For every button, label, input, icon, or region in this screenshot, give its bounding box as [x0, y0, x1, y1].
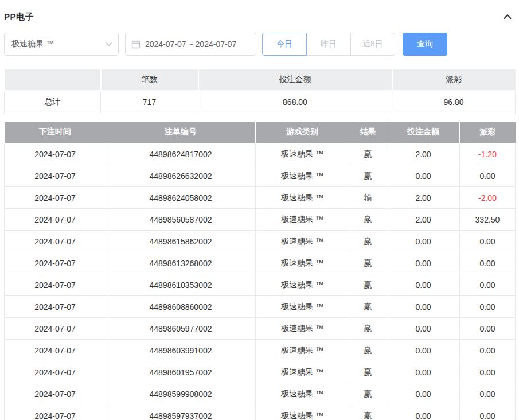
order-id-cell: 44898603991002 — [106, 340, 256, 361]
table-row: 2024-07-0744898615862002极速糖果 ™赢0.000.00 — [5, 231, 516, 252]
result-cell: 赢 — [349, 143, 387, 165]
order-id-cell: 44898624817002 — [106, 143, 256, 165]
order-id-cell: 44898597937002 — [106, 405, 256, 420]
result-cell: 赢 — [349, 165, 387, 187]
bet-amount-cell: 0.00 — [387, 361, 460, 383]
game-type-cell: 极速糖果 ™ — [256, 296, 349, 318]
column-header-game-type: 游戏类别 — [256, 122, 349, 143]
bet-amount-cell: 2.00 — [387, 187, 460, 209]
bet-amount-cell: 0.00 — [387, 296, 460, 318]
summary-total-count: 717 — [101, 91, 198, 114]
summary-total-label: 总计 — [5, 91, 101, 114]
bet-time-cell: 2024-07-07 — [5, 187, 106, 209]
order-id-cell: 44898608860002 — [106, 296, 256, 318]
column-header-bet-amount: 投注金额 — [387, 122, 460, 143]
bet-time-cell: 2024-07-07 — [5, 340, 106, 361]
payout-cell: 0.00 — [460, 165, 516, 187]
bet-amount-cell: 2.00 — [387, 143, 460, 165]
calendar-icon — [131, 40, 141, 49]
bet-time-cell: 2024-07-07 — [5, 296, 106, 318]
order-id-cell: 44898560587002 — [106, 209, 256, 231]
bet-time-cell: 2024-07-07 — [5, 231, 106, 252]
chevron-down-icon — [106, 41, 112, 48]
column-header-bet-time: 下注时间 — [5, 122, 106, 143]
order-id-cell: 44898624058002 — [106, 187, 256, 209]
column-header-payout: 派彩 — [460, 122, 516, 143]
order-id-cell: 44898599908002 — [106, 383, 256, 405]
table-row: 2024-07-0744898605977002极速糖果 ™赢0.000.00 — [5, 318, 516, 340]
bet-time-cell: 2024-07-07 — [5, 274, 106, 296]
filter-bar: 极速糖果 ™ 2024-07-07 ~ 2024-07-07 今日昨日近8日 查… — [4, 33, 515, 56]
game-type-cell: 极速糖果 ™ — [256, 340, 349, 361]
game-type-cell: 极速糖果 ™ — [256, 143, 349, 165]
result-cell: 赢 — [349, 340, 387, 361]
result-cell: 赢 — [349, 252, 387, 274]
query-button[interactable]: 查询 — [403, 33, 447, 56]
table-row: 2024-07-0744898626632002极速糖果 ™赢0.000.00 — [5, 165, 516, 187]
payout-cell: 0.00 — [460, 383, 516, 405]
payout-cell: 0.00 — [460, 296, 516, 318]
panel-header: PP电子 — [4, 0, 515, 25]
order-id-cell: 44898626632002 — [106, 165, 256, 187]
order-id-cell: 44898601957002 — [106, 361, 256, 383]
table-row: 2024-07-0744898597937002极速糖果 ™赢0.000.00 — [5, 405, 516, 420]
payout-cell: 0.00 — [460, 252, 516, 274]
bet-amount-cell: 0.00 — [387, 405, 460, 420]
table-row: 2024-07-0744898560587002极速糖果 ™赢2.00332.5… — [5, 209, 516, 231]
yesterday-button[interactable]: 昨日 — [306, 33, 351, 56]
summary-header-row: 笔数 投注金额 派彩 — [5, 69, 516, 91]
date-range-picker[interactable]: 2024-07-07 ~ 2024-07-07 — [125, 33, 256, 56]
bet-amount-cell: 0.00 — [387, 231, 460, 252]
game-type-cell: 极速糖果 ™ — [256, 361, 349, 383]
table-row: 2024-07-0744898599908002极速糖果 ™赢0.000.00 — [5, 383, 516, 405]
game-type-cell: 极速糖果 ™ — [256, 165, 349, 187]
game-type-cell: 极速糖果 ™ — [256, 187, 349, 209]
bet-amount-cell: 2.00 — [387, 209, 460, 231]
bet-time-cell: 2024-07-07 — [5, 252, 106, 274]
result-cell: 赢 — [349, 209, 387, 231]
game-type-cell: 极速糖果 ™ — [256, 231, 349, 252]
result-cell: 赢 — [349, 405, 387, 420]
bet-table-body: 2024-07-0744898624817002极速糖果 ™赢2.00-1.20… — [5, 143, 516, 420]
table-row: 2024-07-0744898603991002极速糖果 ™赢0.000.00 — [5, 340, 516, 361]
game-type-cell: 极速糖果 ™ — [256, 274, 349, 296]
table-row: 2024-07-0744898613268002极速糖果 ™赢0.000.00 — [5, 252, 516, 274]
summary-header-payout: 派彩 — [392, 69, 516, 91]
result-cell: 赢 — [349, 383, 387, 405]
bet-amount-cell: 0.00 — [387, 318, 460, 340]
payout-cell: 0.00 — [460, 231, 516, 252]
summary-total-payout: 96.80 — [392, 91, 516, 114]
bet-time-cell: 2024-07-07 — [5, 383, 106, 405]
payout-cell: -2.00 — [460, 187, 516, 209]
pp-electronics-panel: PP电子 极速糖果 ™ 2 — [0, 0, 519, 420]
bet-amount-cell: 0.00 — [387, 340, 460, 361]
payout-cell: 0.00 — [460, 340, 516, 361]
table-row: 2024-07-0744898610353002极速糖果 ™赢0.000.00 — [5, 274, 516, 296]
game-select-value: 极速糖果 ™ — [11, 39, 54, 49]
payout-cell: 0.00 — [460, 318, 516, 340]
quick-date-buttons: 今日昨日近8日 — [262, 33, 395, 56]
result-cell: 赢 — [349, 274, 387, 296]
result-cell: 赢 — [349, 296, 387, 318]
result-cell: 赢 — [349, 318, 387, 340]
today-button[interactable]: 今日 — [262, 33, 307, 56]
order-id-cell: 44898613268002 — [106, 252, 256, 274]
payout-cell: 0.00 — [460, 274, 516, 296]
order-id-cell: 44898610353002 — [106, 274, 256, 296]
bet-records-table: 下注时间注单编号游戏类别结果投注金额派彩 2024-07-07448986248… — [4, 122, 516, 420]
game-type-cell: 极速糖果 ™ — [256, 405, 349, 420]
summary-table: 笔数 投注金额 派彩 总计 717 868.00 96.80 — [4, 68, 516, 114]
game-select[interactable]: 极速糖果 ™ — [4, 33, 119, 56]
summary-total-row: 总计 717 868.00 96.80 — [5, 91, 516, 114]
payout-cell: -1.20 — [460, 143, 516, 165]
order-id-cell: 44898605977002 — [106, 318, 256, 340]
column-header-order-id: 注单编号 — [106, 122, 256, 143]
bet-time-cell: 2024-07-07 — [5, 143, 106, 165]
last-8-days-button[interactable]: 近8日 — [350, 33, 395, 56]
bet-amount-cell: 0.00 — [387, 252, 460, 274]
payout-cell: 0.00 — [460, 361, 516, 383]
bet-amount-cell: 0.00 — [387, 165, 460, 187]
collapse-chevron-icon[interactable] — [502, 11, 515, 22]
result-cell: 赢 — [349, 361, 387, 383]
table-row: 2024-07-0744898608860002极速糖果 ™赢0.000.00 — [5, 296, 516, 318]
